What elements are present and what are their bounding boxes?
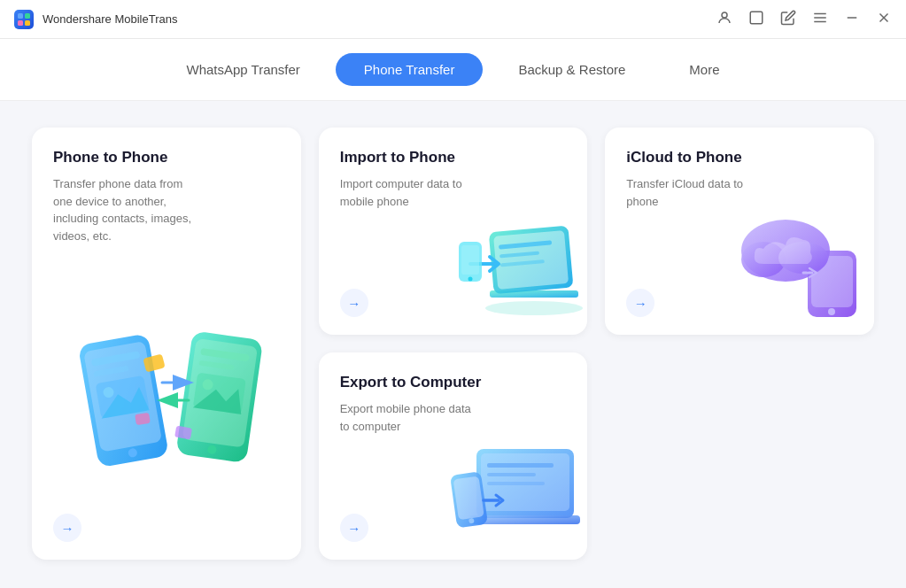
window-icon[interactable] <box>748 10 764 28</box>
svg-rect-3 <box>25 20 30 26</box>
svg-rect-39 <box>461 245 479 275</box>
titlebar: Wondershare MobileTrans <box>0 0 906 39</box>
nav-more[interactable]: More <box>661 53 747 86</box>
minimize-button[interactable] <box>844 10 860 28</box>
nav-whatsapp-transfer[interactable]: WhatsApp Transfer <box>158 53 328 86</box>
svg-rect-5 <box>750 12 763 24</box>
card-export-to-computer[interactable]: Export to Computer Export mobile phone d… <box>319 352 588 560</box>
card-export-desc: Export mobile phone data to computer <box>340 400 482 435</box>
card-export-title: Export to Computer <box>340 374 567 391</box>
card-icloud-title: iCloud to Phone <box>626 149 853 166</box>
svg-rect-0 <box>18 13 23 19</box>
svg-point-4 <box>722 12 727 18</box>
card-phone-to-phone[interactable]: Phone to Phone Transfer phone data from … <box>32 128 301 560</box>
main-content: Phone to Phone Transfer phone data from … <box>0 101 906 586</box>
card-phone-to-phone-title: Phone to Phone <box>53 149 280 166</box>
svg-rect-51 <box>487 482 545 485</box>
app-icon <box>14 10 34 29</box>
svg-point-43 <box>828 308 835 315</box>
nav-backup-restore[interactable]: Backup & Restore <box>490 53 654 86</box>
card-icloud-to-phone[interactable]: iCloud to Phone Transfer iCloud data to … <box>605 128 874 335</box>
card-icloud-desc: Transfer iCloud data to phone <box>626 175 768 210</box>
nav-phone-transfer[interactable]: Phone Transfer <box>336 53 484 86</box>
card-phone-to-phone-arrow[interactable]: → <box>53 514 81 542</box>
menu-icon[interactable] <box>812 10 828 28</box>
card-import-desc: Import computer data to mobile phone <box>340 175 482 210</box>
card-import-to-phone[interactable]: Import to Phone Import computer data to … <box>319 128 588 335</box>
titlebar-controls <box>716 10 892 28</box>
close-button[interactable] <box>876 10 892 28</box>
card-phone-to-phone-desc: Transfer phone data from one device to a… <box>53 175 195 244</box>
edit-icon[interactable] <box>780 10 796 28</box>
svg-rect-50 <box>487 473 536 476</box>
titlebar-left: Wondershare MobileTrans <box>14 10 177 29</box>
nav-bar: WhatsApp Transfer Phone Transfer Backup … <box>0 39 906 101</box>
svg-rect-2 <box>18 20 23 26</box>
card-import-title: Import to Phone <box>340 149 567 166</box>
svg-rect-49 <box>487 463 554 468</box>
svg-rect-34 <box>493 230 569 290</box>
svg-point-31 <box>485 301 583 315</box>
card-import-arrow[interactable]: → <box>340 289 368 317</box>
svg-point-40 <box>468 277 473 282</box>
svg-rect-30 <box>135 413 151 425</box>
card-icloud-arrow[interactable]: → <box>626 289 654 317</box>
app-name: Wondershare MobileTrans <box>43 12 177 26</box>
card-export-arrow[interactable]: → <box>340 514 368 542</box>
user-icon[interactable] <box>716 10 732 28</box>
svg-rect-1 <box>25 13 30 19</box>
